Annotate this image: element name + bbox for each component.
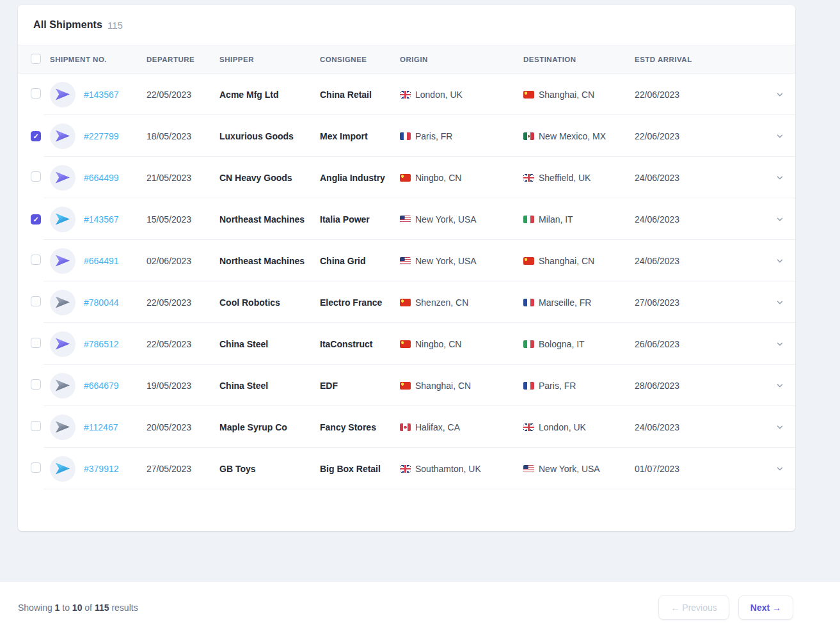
consignee-name: China Grid: [320, 256, 400, 266]
origin-flag-icon: [400, 382, 411, 390]
row-checkbox[interactable]: [31, 255, 41, 265]
destination-label: Sheffield, UK: [539, 173, 590, 183]
origin-flag-icon: [400, 216, 411, 223]
shipment-number-link[interactable]: #664499: [84, 173, 147, 183]
origin-cell: Shenzen, CN: [400, 297, 523, 308]
row-checkbox[interactable]: [31, 338, 41, 348]
origin-label: New York, USA: [415, 214, 477, 225]
shipment-number-link[interactable]: #112467: [84, 422, 147, 432]
destination-cell: Shanghai, CN: [523, 90, 635, 100]
chevron-down-icon: [775, 298, 784, 307]
table-row: #112467 20/05/2023 Maple Syrup Co Fancy …: [18, 406, 795, 448]
send-plane-icon: [56, 89, 70, 100]
destination-cell: Shanghai, CN: [523, 256, 635, 266]
expand-row-button[interactable]: [765, 281, 795, 323]
row-checkbox[interactable]: [31, 296, 41, 306]
column-header-departure: DEPARTURE: [147, 56, 219, 63]
table-row: #664491 02/06/2023 Northeast Machines Ch…: [18, 240, 795, 281]
row-checkbox[interactable]: [31, 421, 41, 431]
shipment-avatar: [50, 123, 75, 149]
row-checkbox[interactable]: [31, 171, 41, 182]
shipment-avatar: [50, 414, 75, 440]
page-title: All Shipments: [33, 19, 102, 31]
table-row: #143567 22/05/2023 Acme Mfg Ltd China Re…: [18, 74, 795, 115]
shipper-name: GB Toys: [219, 464, 320, 474]
destination-label: New York, USA: [539, 464, 600, 474]
destination-cell: Milan, IT: [523, 214, 635, 225]
destination-cell: Sheffield, UK: [523, 173, 635, 183]
table-row: #143567 15/05/2023 Northeast Machines It…: [18, 198, 795, 240]
shipment-number-link[interactable]: #227799: [84, 131, 147, 141]
previous-page-button[interactable]: ← Previous: [658, 595, 729, 620]
table-row: #786512 22/05/2023 China Steel ItaConstr…: [18, 323, 795, 365]
column-header-destination: DESTINATION: [523, 56, 635, 63]
departure-date: 21/05/2023: [147, 173, 219, 183]
destination-label: Paris, FR: [539, 381, 576, 391]
shipper-name: Acme Mfg Ltd: [219, 90, 320, 100]
destination-flag-icon: [523, 382, 534, 390]
destination-flag-icon: [523, 340, 534, 348]
expand-row-button[interactable]: [765, 323, 795, 365]
consignee-name: Mex Import: [320, 131, 400, 141]
departure-date: 27/05/2023: [147, 464, 219, 474]
origin-label: Paris, FR: [415, 131, 452, 141]
expand-row-button[interactable]: [765, 74, 795, 115]
shipment-number-link[interactable]: #379912: [84, 464, 147, 474]
expand-row-button[interactable]: [765, 448, 795, 489]
shipment-number-link[interactable]: #664679: [84, 381, 147, 391]
shipment-number-link[interactable]: #143567: [84, 90, 147, 100]
shipment-number-link[interactable]: #143567: [84, 214, 147, 225]
chevron-down-icon: [775, 132, 784, 141]
origin-flag-icon: [400, 257, 411, 265]
chevron-down-icon: [775, 256, 784, 265]
expand-row-button[interactable]: [765, 406, 795, 448]
row-checkbox[interactable]: [31, 214, 41, 225]
shipper-name: Maple Syrup Co: [219, 422, 320, 432]
expand-row-button[interactable]: [765, 198, 795, 240]
shipment-avatar: [50, 248, 75, 274]
table-row: #780044 22/05/2023 Cool Robotics Electro…: [18, 281, 795, 323]
shipper-name: Cool Robotics: [219, 297, 320, 308]
expand-row-button[interactable]: [765, 240, 795, 281]
send-plane-icon: [56, 422, 70, 433]
origin-label: London, UK: [415, 90, 463, 100]
destination-flag-icon: [523, 132, 534, 140]
destination-flag-icon: [523, 465, 534, 473]
pagination-footer: Showing 1 to 10 of 115 results ← Previou…: [0, 582, 840, 623]
shipment-number-link[interactable]: #664491: [84, 256, 147, 266]
destination-flag-icon: [523, 216, 534, 223]
expand-row-button[interactable]: [765, 365, 795, 406]
origin-flag-icon: [400, 91, 411, 99]
origin-flag-icon: [400, 132, 411, 140]
card-header: All Shipments 115: [18, 5, 795, 45]
column-header-origin: ORIGIN: [400, 56, 523, 63]
row-checkbox[interactable]: [31, 462, 41, 473]
origin-flag-icon: [400, 465, 411, 473]
chevron-down-icon: [775, 381, 784, 390]
next-page-button[interactable]: Next →: [738, 595, 793, 620]
consignee-name: Italia Power: [320, 214, 400, 225]
row-checkbox[interactable]: [31, 88, 41, 99]
row-checkbox[interactable]: [31, 379, 41, 390]
origin-label: Southamton, UK: [415, 464, 481, 474]
destination-flag-icon: [523, 257, 534, 265]
consignee-name: Anglia Industry: [320, 173, 400, 183]
shipment-number-link[interactable]: #780044: [84, 297, 147, 308]
expand-row-button[interactable]: [765, 157, 795, 198]
expand-row-button[interactable]: [765, 115, 795, 157]
destination-flag-icon: [523, 299, 534, 306]
shipment-number-link[interactable]: #786512: [84, 339, 147, 349]
shipper-name: Northeast Machines: [219, 214, 320, 225]
shipment-avatar: [50, 207, 75, 232]
origin-label: Shanghai, CN: [415, 381, 471, 391]
row-checkbox[interactable]: [31, 131, 41, 141]
shipment-avatar: [50, 373, 75, 398]
estd-arrival-date: 22/06/2023: [635, 131, 765, 141]
column-header-consignee: CONSIGNEE: [320, 56, 400, 63]
shipments-count-badge: 115: [107, 20, 123, 31]
origin-label: Shenzen, CN: [415, 297, 468, 308]
select-all-checkbox[interactable]: [31, 54, 41, 64]
estd-arrival-date: 24/06/2023: [635, 256, 765, 266]
consignee-name: Electro France: [320, 297, 400, 308]
shipment-avatar: [50, 331, 75, 357]
